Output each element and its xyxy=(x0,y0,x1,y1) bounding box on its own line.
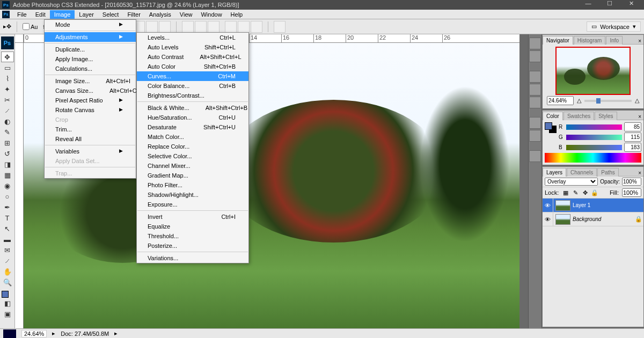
align-button[interactable] xyxy=(146,21,158,33)
taskbar-thumb[interactable] xyxy=(3,329,16,338)
menu-item[interactable]: Black & White...Alt+Shift+Ctrl+B xyxy=(137,103,248,113)
panel-icon[interactable] xyxy=(529,71,541,83)
crop-tool[interactable]: ✂ xyxy=(1,94,14,105)
stamp-tool[interactable]: ⊞ xyxy=(1,137,14,148)
lock-pixels-icon[interactable]: ▦ xyxy=(562,189,569,196)
zoom-out-icon[interactable]: △ xyxy=(577,97,581,104)
menu-item[interactable]: Rotate Canvas▶ xyxy=(45,105,136,115)
menu-item[interactable]: Exposure... xyxy=(137,200,248,209)
lock-all-icon[interactable]: 🔒 xyxy=(591,189,598,196)
brush-tool[interactable]: ✎ xyxy=(1,127,14,137)
tab-layers[interactable]: Layers xyxy=(543,168,566,177)
menu-item[interactable]: Variables▶ xyxy=(45,146,136,156)
distribute-button[interactable] xyxy=(238,21,250,33)
lock-brush-icon[interactable]: ✎ xyxy=(572,189,579,196)
chevron-icon[interactable]: ▸ xyxy=(114,330,118,337)
color-spectrum[interactable] xyxy=(545,153,641,163)
menu-item[interactable]: Levels...Ctrl+L xyxy=(137,33,248,42)
menu-item[interactable]: Photo Filter... xyxy=(137,180,248,190)
menu-item[interactable]: Shadow/Highlight... xyxy=(137,190,248,200)
menu-item[interactable]: Equalize xyxy=(137,222,248,231)
color-swatch[interactable] xyxy=(0,291,14,298)
path-tool[interactable]: ↖ xyxy=(1,223,14,234)
b-slider[interactable] xyxy=(566,145,622,150)
menu-item[interactable]: Variations... xyxy=(137,253,248,263)
menu-item[interactable]: Image Size...Alt+Ctrl+I xyxy=(45,76,136,86)
menu-item[interactable]: Apply Image... xyxy=(45,54,136,64)
distribute-button[interactable] xyxy=(251,21,262,33)
menu-item[interactable]: InvertCtrl+I xyxy=(137,212,248,222)
menu-window[interactable]: Window xyxy=(196,10,226,19)
zoom-readout[interactable]: 24.64% xyxy=(21,330,47,337)
pen-tool[interactable]: ✒ xyxy=(1,202,14,212)
menu-item[interactable]: Channel Mixer... xyxy=(137,161,248,171)
r-input[interactable] xyxy=(624,122,641,131)
screen-mode-toggle[interactable]: ▣ xyxy=(1,308,14,319)
menu-item[interactable]: Auto ColorShift+Ctrl+B xyxy=(137,62,248,71)
zoom-tool[interactable]: 🔍 xyxy=(1,277,14,288)
g-slider[interactable] xyxy=(566,135,622,140)
panel-menu-icon[interactable]: × xyxy=(636,170,643,176)
tab-color[interactable]: Color xyxy=(543,112,563,120)
tab-channels[interactable]: Channels xyxy=(567,168,597,177)
maximize-button[interactable]: ☐ xyxy=(599,0,620,10)
layer-row[interactable]: 👁Layer 1 xyxy=(543,199,643,212)
color-fg-bg[interactable] xyxy=(545,122,557,151)
panel-icon[interactable] xyxy=(529,97,541,108)
menu-item[interactable]: Auto ContrastAlt+Shift+Ctrl+L xyxy=(137,52,248,62)
menu-item[interactable]: Gradient Map... xyxy=(137,171,248,180)
auto-align-button[interactable] xyxy=(274,21,286,33)
workspace-selector[interactable]: ▭ Workspace ▾ xyxy=(587,21,641,32)
menu-item[interactable]: Calculations... xyxy=(45,64,136,74)
menu-item[interactable]: Replace Color... xyxy=(137,142,248,151)
menu-item[interactable]: Posterize... xyxy=(137,241,248,251)
shape-tool[interactable]: ▬ xyxy=(1,234,14,245)
b-input[interactable] xyxy=(624,143,641,152)
wand-tool[interactable]: ✦ xyxy=(1,84,14,94)
menu-item[interactable]: Brightness/Contrast... xyxy=(137,91,248,100)
quick-mask-toggle[interactable]: ◧ xyxy=(1,298,14,308)
move-tool[interactable]: ✥ xyxy=(1,52,14,62)
menu-item[interactable]: Pixel Aspect Ratio▶ xyxy=(45,95,136,105)
menu-view[interactable]: View xyxy=(175,10,197,19)
panel-icon[interactable] xyxy=(529,50,541,62)
zoom-slider[interactable] xyxy=(584,100,632,102)
distribute-button[interactable] xyxy=(208,21,219,33)
menu-item[interactable]: Adjustments▶ xyxy=(45,32,136,42)
menu-item[interactable]: Curves...Ctrl+M xyxy=(137,71,248,81)
eyedropper-tool[interactable]: ⟋ xyxy=(1,255,14,266)
menu-item[interactable]: DesaturateShift+Ctrl+U xyxy=(137,122,248,132)
lock-position-icon[interactable]: ✥ xyxy=(581,189,589,196)
dodge-tool[interactable]: ○ xyxy=(1,191,14,202)
blend-mode-select[interactable]: Overlay xyxy=(545,178,598,186)
menu-file[interactable]: File xyxy=(13,10,31,19)
layer-thumbnail[interactable] xyxy=(555,200,570,211)
menu-item[interactable]: Duplicate... xyxy=(45,45,136,54)
blur-tool[interactable]: ◉ xyxy=(1,180,14,191)
tab-histogram[interactable]: Histogram xyxy=(574,36,606,45)
lasso-tool[interactable]: ⌇ xyxy=(1,73,14,84)
healing-tool[interactable]: ◐ xyxy=(1,116,14,127)
visibility-icon[interactable]: 👁 xyxy=(543,212,553,226)
panel-icon[interactable] xyxy=(529,130,541,142)
panel-icon[interactable] xyxy=(529,117,541,129)
align-button[interactable] xyxy=(159,21,171,33)
navigator-thumbnail[interactable] xyxy=(555,47,631,95)
menu-edit[interactable]: Edit xyxy=(31,10,50,19)
menu-item[interactable]: Auto LevelsShift+Ctrl+L xyxy=(137,42,248,52)
type-tool[interactable]: T xyxy=(1,212,14,223)
panel-icon[interactable] xyxy=(529,84,541,95)
g-input[interactable] xyxy=(624,133,641,142)
tab-paths[interactable]: Paths xyxy=(597,168,619,177)
visibility-icon[interactable]: 👁 xyxy=(543,199,553,212)
history-brush-tool[interactable]: ↺ xyxy=(1,148,14,159)
layer-name[interactable]: Background xyxy=(573,216,634,222)
layer-name[interactable]: Layer 1 xyxy=(573,202,643,208)
notes-tool[interactable]: ✉ xyxy=(1,245,14,255)
menu-item[interactable]: Hue/Saturation...Ctrl+U xyxy=(137,113,248,122)
zoom-input[interactable] xyxy=(547,96,574,105)
close-button[interactable]: ✕ xyxy=(620,0,642,10)
tab-swatches[interactable]: Swatches xyxy=(564,112,594,120)
layer-row[interactable]: 👁Background🔒 xyxy=(543,212,643,226)
menu-filter[interactable]: Filter xyxy=(123,10,144,19)
